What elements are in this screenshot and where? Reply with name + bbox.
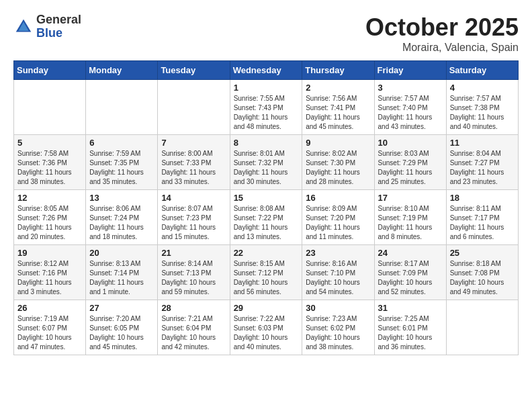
calendar-cell: 22Sunrise: 8:15 AM Sunset: 7:12 PM Dayli…	[230, 245, 302, 300]
day-info: Sunrise: 7:59 AM Sunset: 7:35 PM Dayligh…	[89, 149, 154, 187]
calendar-cell: 5Sunrise: 7:58 AM Sunset: 7:36 PM Daylig…	[14, 135, 86, 190]
day-header-tuesday: Tuesday	[158, 61, 230, 80]
day-info: Sunrise: 7:25 AM Sunset: 6:01 PM Dayligh…	[378, 314, 443, 352]
calendar-week-row: 19Sunrise: 8:12 AM Sunset: 7:16 PM Dayli…	[14, 245, 519, 300]
calendar-cell: 1Sunrise: 7:55 AM Sunset: 7:43 PM Daylig…	[230, 80, 302, 135]
calendar-week-row: 5Sunrise: 7:58 AM Sunset: 7:36 PM Daylig…	[14, 135, 519, 190]
calendar-cell: 30Sunrise: 7:23 AM Sunset: 6:02 PM Dayli…	[302, 300, 374, 355]
day-number: 10	[378, 138, 443, 148]
calendar-cell: 6Sunrise: 7:59 AM Sunset: 7:35 PM Daylig…	[86, 135, 158, 190]
day-info: Sunrise: 8:18 AM Sunset: 7:08 PM Dayligh…	[450, 259, 515, 297]
day-info: Sunrise: 8:13 AM Sunset: 7:14 PM Dayligh…	[89, 259, 154, 297]
day-number: 28	[161, 303, 226, 313]
day-info: Sunrise: 8:04 AM Sunset: 7:27 PM Dayligh…	[450, 149, 515, 187]
day-info: Sunrise: 8:07 AM Sunset: 7:23 PM Dayligh…	[161, 204, 226, 242]
calendar-cell: 18Sunrise: 8:11 AM Sunset: 7:17 PM Dayli…	[446, 190, 518, 245]
calendar-cell: 27Sunrise: 7:20 AM Sunset: 6:05 PM Dayli…	[86, 300, 158, 355]
day-info: Sunrise: 8:12 AM Sunset: 7:16 PM Dayligh…	[17, 259, 82, 297]
day-number: 14	[161, 193, 226, 203]
calendar-cell: 8Sunrise: 8:01 AM Sunset: 7:32 PM Daylig…	[230, 135, 302, 190]
day-info: Sunrise: 8:14 AM Sunset: 7:13 PM Dayligh…	[161, 259, 226, 297]
calendar-cell: 28Sunrise: 7:21 AM Sunset: 6:04 PM Dayli…	[158, 300, 230, 355]
calendar-cell: 9Sunrise: 8:02 AM Sunset: 7:30 PM Daylig…	[302, 135, 374, 190]
day-header-saturday: Saturday	[446, 61, 518, 80]
calendar-cell: 11Sunrise: 8:04 AM Sunset: 7:27 PM Dayli…	[446, 135, 518, 190]
month-title: October 2025	[365, 13, 519, 42]
day-info: Sunrise: 7:58 AM Sunset: 7:36 PM Dayligh…	[17, 149, 82, 187]
logo-general: General	[36, 13, 81, 27]
day-header-thursday: Thursday	[302, 61, 374, 80]
calendar-cell: 29Sunrise: 7:22 AM Sunset: 6:03 PM Dayli…	[230, 300, 302, 355]
day-info: Sunrise: 7:55 AM Sunset: 7:43 PM Dayligh…	[234, 94, 299, 132]
calendar-week-row: 1Sunrise: 7:55 AM Sunset: 7:43 PM Daylig…	[14, 80, 519, 135]
logo-blue: Blue	[36, 27, 81, 40]
day-header-friday: Friday	[374, 61, 446, 80]
day-number: 2	[306, 83, 370, 93]
day-info: Sunrise: 8:02 AM Sunset: 7:30 PM Dayligh…	[306, 149, 370, 187]
day-number: 6	[89, 138, 154, 148]
day-info: Sunrise: 7:57 AM Sunset: 7:38 PM Dayligh…	[450, 94, 515, 132]
calendar-cell	[14, 80, 86, 135]
calendar-table: SundayMondayTuesdayWednesdayThursdayFrid…	[13, 60, 519, 355]
calendar-cell: 24Sunrise: 8:17 AM Sunset: 7:09 PM Dayli…	[374, 245, 446, 300]
calendar-cell: 31Sunrise: 7:25 AM Sunset: 6:01 PM Dayli…	[374, 300, 446, 355]
day-number: 11	[450, 138, 515, 148]
day-info: Sunrise: 7:20 AM Sunset: 6:05 PM Dayligh…	[89, 314, 154, 352]
calendar-cell: 17Sunrise: 8:10 AM Sunset: 7:19 PM Dayli…	[374, 190, 446, 245]
logo-icon	[13, 17, 34, 37]
day-info: Sunrise: 8:00 AM Sunset: 7:33 PM Dayligh…	[161, 149, 226, 187]
day-info: Sunrise: 8:08 AM Sunset: 7:22 PM Dayligh…	[234, 204, 299, 242]
day-number: 9	[306, 138, 370, 148]
calendar-cell: 15Sunrise: 8:08 AM Sunset: 7:22 PM Dayli…	[230, 190, 302, 245]
day-number: 19	[17, 248, 82, 258]
calendar-cell	[158, 80, 230, 135]
day-info: Sunrise: 8:05 AM Sunset: 7:26 PM Dayligh…	[17, 204, 82, 242]
day-number: 27	[89, 303, 154, 313]
day-number: 23	[306, 248, 370, 258]
day-info: Sunrise: 8:15 AM Sunset: 7:12 PM Dayligh…	[234, 259, 299, 297]
day-header-wednesday: Wednesday	[230, 61, 302, 80]
calendar-cell: 21Sunrise: 8:14 AM Sunset: 7:13 PM Dayli…	[158, 245, 230, 300]
calendar-week-row: 26Sunrise: 7:19 AM Sunset: 6:07 PM Dayli…	[14, 300, 519, 355]
day-number: 13	[89, 193, 154, 203]
day-header-monday: Monday	[86, 61, 158, 80]
day-info: Sunrise: 7:21 AM Sunset: 6:04 PM Dayligh…	[161, 314, 226, 352]
day-number: 30	[306, 303, 370, 313]
day-info: Sunrise: 8:03 AM Sunset: 7:29 PM Dayligh…	[378, 149, 443, 187]
calendar-header-row: SundayMondayTuesdayWednesdayThursdayFrid…	[14, 61, 519, 80]
logo-text: General Blue	[36, 13, 81, 40]
day-info: Sunrise: 8:10 AM Sunset: 7:19 PM Dayligh…	[378, 204, 443, 242]
calendar-cell: 25Sunrise: 8:18 AM Sunset: 7:08 PM Dayli…	[446, 245, 518, 300]
calendar-cell: 19Sunrise: 8:12 AM Sunset: 7:16 PM Dayli…	[14, 245, 86, 300]
day-number: 22	[234, 248, 299, 258]
day-number: 7	[161, 138, 226, 148]
day-number: 12	[17, 193, 82, 203]
day-number: 1	[234, 83, 299, 93]
day-info: Sunrise: 8:16 AM Sunset: 7:10 PM Dayligh…	[306, 259, 370, 297]
calendar-cell: 10Sunrise: 8:03 AM Sunset: 7:29 PM Dayli…	[374, 135, 446, 190]
day-number: 16	[306, 193, 370, 203]
day-number: 25	[450, 248, 515, 258]
day-number: 17	[378, 193, 443, 203]
calendar-cell: 16Sunrise: 8:09 AM Sunset: 7:20 PM Dayli…	[302, 190, 374, 245]
calendar-cell: 23Sunrise: 8:16 AM Sunset: 7:10 PM Dayli…	[302, 245, 374, 300]
day-number: 3	[378, 83, 443, 93]
calendar-cell: 13Sunrise: 8:06 AM Sunset: 7:24 PM Dayli…	[86, 190, 158, 245]
logo: General Blue	[13, 13, 81, 40]
day-number: 8	[234, 138, 299, 148]
day-info: Sunrise: 8:01 AM Sunset: 7:32 PM Dayligh…	[234, 149, 299, 187]
day-info: Sunrise: 7:19 AM Sunset: 6:07 PM Dayligh…	[17, 314, 82, 352]
title-block: October 2025 Moraira, Valencia, Spain	[365, 13, 519, 54]
day-number: 20	[89, 248, 154, 258]
calendar-cell: 14Sunrise: 8:07 AM Sunset: 7:23 PM Dayli…	[158, 190, 230, 245]
day-info: Sunrise: 8:06 AM Sunset: 7:24 PM Dayligh…	[89, 204, 154, 242]
day-info: Sunrise: 7:22 AM Sunset: 6:03 PM Dayligh…	[234, 314, 299, 352]
calendar-cell: 3Sunrise: 7:57 AM Sunset: 7:40 PM Daylig…	[374, 80, 446, 135]
day-number: 4	[450, 83, 515, 93]
day-header-sunday: Sunday	[14, 61, 86, 80]
day-number: 15	[234, 193, 299, 203]
calendar-cell	[446, 300, 518, 355]
day-info: Sunrise: 8:17 AM Sunset: 7:09 PM Dayligh…	[378, 259, 443, 297]
calendar-cell: 4Sunrise: 7:57 AM Sunset: 7:38 PM Daylig…	[446, 80, 518, 135]
day-number: 31	[378, 303, 443, 313]
